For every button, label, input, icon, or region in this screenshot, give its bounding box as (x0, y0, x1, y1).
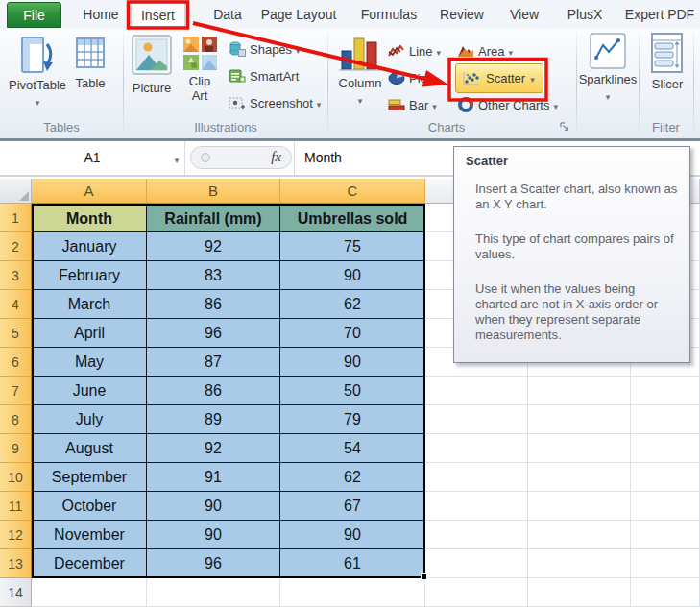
empty-cell[interactable] (528, 405, 631, 434)
row-header-1[interactable]: 1 (0, 204, 32, 232)
tab-expert-pdf[interactable]: Expert PDF (620, 0, 699, 29)
empty-cell[interactable] (631, 405, 700, 434)
table-data-cell[interactable]: 90 (147, 521, 280, 549)
row-header-2[interactable]: 2 (0, 232, 32, 261)
table-data-cell[interactable]: 92 (147, 232, 280, 261)
table-data-cell[interactable]: April (32, 319, 147, 348)
table-data-cell[interactable]: 90 (280, 348, 425, 377)
clip-art-button[interactable]: Clip Art (179, 31, 221, 134)
row-header-7[interactable]: 7 (0, 377, 32, 405)
empty-cell[interactable] (528, 434, 631, 463)
column-header-B[interactable]: B (147, 179, 280, 204)
empty-cell[interactable] (528, 578, 631, 607)
table-data-cell[interactable]: 91 (147, 463, 280, 492)
slicer-button[interactable]: Slicer (642, 31, 692, 134)
table-data-cell[interactable]: October (32, 492, 147, 521)
table-data-cell[interactable]: 87 (147, 348, 280, 377)
tab-home[interactable]: Home (75, 0, 127, 29)
row-header-14[interactable]: 14 (0, 578, 32, 607)
tab-view[interactable]: View (501, 0, 547, 29)
column-chart-button[interactable]: Column (334, 31, 386, 134)
table-data-cell[interactable]: 83 (147, 261, 280, 290)
table-button[interactable]: Table (69, 31, 111, 134)
empty-cell[interactable] (425, 463, 528, 492)
row-header-12[interactable]: 12 (0, 521, 32, 549)
tab-page-layout[interactable]: Page Layout (257, 0, 340, 29)
row-header-10[interactable]: 10 (0, 463, 32, 492)
scatter-chart-button[interactable]: Scatter (455, 63, 543, 93)
empty-cell[interactable] (631, 578, 700, 607)
empty-cell[interactable] (528, 463, 631, 492)
table-data-cell[interactable]: February (32, 261, 147, 290)
table-data-cell[interactable]: 50 (280, 377, 425, 405)
smartart-button[interactable]: SmartArt (229, 65, 299, 86)
empty-cell[interactable] (631, 492, 700, 521)
picture-button[interactable]: Picture (129, 31, 175, 134)
table-header-cell[interactable]: Month (32, 204, 147, 232)
shapes-button[interactable]: Shapes (229, 38, 301, 60)
empty-cell[interactable] (631, 434, 700, 463)
empty-cell[interactable] (528, 521, 631, 549)
empty-cell[interactable] (147, 578, 280, 607)
other-charts-button[interactable]: Other Charts (457, 94, 558, 115)
name-box-dropdown[interactable] (169, 141, 184, 175)
empty-cell[interactable] (425, 377, 528, 405)
table-data-cell[interactable]: May (32, 348, 147, 377)
empty-cell[interactable] (528, 377, 631, 405)
select-all-button[interactable] (0, 179, 32, 204)
table-data-cell[interactable]: 92 (147, 434, 280, 463)
empty-cell[interactable] (280, 578, 425, 607)
empty-cell[interactable] (528, 492, 631, 521)
table-data-cell[interactable]: 96 (147, 319, 280, 348)
empty-cell[interactable] (32, 578, 147, 607)
table-data-cell[interactable]: 90 (280, 521, 425, 549)
area-chart-button[interactable]: Area (457, 40, 513, 61)
table-header-cell[interactable]: Rainfall (mm) (147, 204, 280, 232)
table-data-cell[interactable]: 70 (280, 319, 425, 348)
table-data-cell[interactable]: 90 (147, 492, 280, 521)
table-data-cell[interactable]: July (32, 405, 147, 434)
table-data-cell[interactable]: 54 (280, 434, 425, 463)
pivottable-button[interactable]: PivotTable (10, 31, 65, 134)
table-data-cell[interactable]: January (32, 232, 147, 261)
row-header-11[interactable]: 11 (0, 492, 32, 521)
table-data-cell[interactable]: June (32, 377, 147, 405)
table-data-cell[interactable]: November (32, 521, 147, 549)
tab-file[interactable]: File (7, 2, 61, 28)
row-header-9[interactable]: 9 (0, 434, 32, 463)
tab-review[interactable]: Review (432, 0, 492, 29)
empty-cell[interactable] (425, 549, 528, 578)
screenshot-button[interactable]: Screenshot (229, 92, 321, 113)
name-box[interactable]: A1 (0, 141, 185, 175)
table-data-cell[interactable]: March (32, 290, 147, 319)
column-header-C[interactable]: C (280, 179, 425, 204)
tab-data[interactable]: Data (204, 0, 252, 29)
row-header-6[interactable]: 6 (0, 348, 32, 377)
row-header-13[interactable]: 13 (0, 549, 32, 578)
table-data-cell[interactable]: 62 (280, 290, 425, 319)
table-data-cell[interactable]: 62 (280, 463, 425, 492)
empty-cell[interactable] (425, 521, 528, 549)
table-data-cell[interactable]: 86 (147, 377, 280, 405)
line-chart-button[interactable]: Line (388, 40, 441, 61)
pie-chart-button[interactable]: Pie (388, 67, 435, 88)
table-data-cell[interactable]: 89 (147, 405, 280, 434)
row-header-3[interactable]: 3 (0, 261, 32, 290)
row-header-4[interactable]: 4 (0, 290, 32, 319)
empty-cell[interactable] (631, 521, 700, 549)
row-header-8[interactable]: 8 (0, 405, 32, 434)
empty-cell[interactable] (425, 434, 528, 463)
table-data-cell[interactable]: 90 (280, 261, 425, 290)
empty-cell[interactable] (528, 549, 631, 578)
tab-plusx[interactable]: PlusX (559, 0, 611, 29)
table-header-cell[interactable]: Umbrellas sold (280, 204, 425, 232)
table-data-cell[interactable]: 61 (280, 549, 425, 578)
empty-cell[interactable] (631, 377, 700, 405)
empty-cell[interactable] (631, 463, 700, 492)
table-data-cell[interactable]: 67 (280, 492, 425, 521)
sparklines-button[interactable]: Sparklines (580, 31, 636, 134)
table-data-cell[interactable]: 86 (147, 290, 280, 319)
bar-chart-button[interactable]: Bar (388, 94, 437, 115)
insert-function-button[interactable]: fx (271, 149, 281, 165)
table-data-cell[interactable]: 96 (147, 549, 280, 578)
